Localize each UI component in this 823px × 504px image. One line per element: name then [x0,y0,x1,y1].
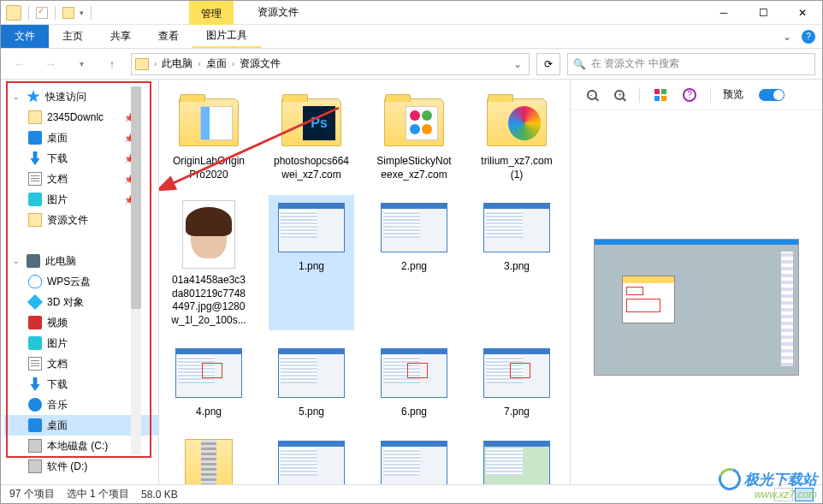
document-icon [28,357,42,371]
tab-view[interactable]: 查看 [145,25,192,48]
item-label: 01a41458ae3c3da801219c77484497.jpg@1280w… [169,274,248,327]
music-icon [28,398,42,412]
file-list-area[interactable]: OriginLabOriginPro2020Psphotoshopcs664we… [159,80,570,484]
file-item[interactable] [166,433,252,484]
magnifier-plus-icon [614,90,625,100]
watermark: 极光下载站 www.xz7.com [719,468,817,501]
nav-up-button[interactable]: ↑ [100,52,124,76]
watermark-text2: www.xz7.com [755,489,817,501]
file-item[interactable]: 6.png [371,341,457,423]
window-title: 资源文件 [258,5,299,20]
search-input[interactable]: 🔍 在 资源文件 中搜索 [567,53,815,75]
nav-recent-dropdown[interactable]: ▾ [69,52,93,76]
document-icon [28,172,42,186]
file-item[interactable]: SimpleStickyNoteexe_xz7.com [371,90,457,185]
preview-pane: - + ? 预览 [570,80,822,484]
crumb-thispc[interactable]: 此电脑 [162,56,192,71]
pictures-icon [28,193,42,206]
cube-icon [27,294,43,310]
item-label: 6.png [401,406,427,419]
tab-picture-tools[interactable]: 图片工具 [192,25,261,48]
preview-toggle[interactable] [759,89,785,101]
address-bar-row: ← → ▾ ↑ › 此电脑 › 桌面 › 资源文件 ⌄ ⟳ 🔍 在 资源文件 中… [1,49,822,80]
qat-newfolder-icon[interactable] [62,7,74,19]
minimize-button[interactable]: ─ [704,1,743,25]
item-label: 4.png [196,406,222,419]
tab-share[interactable]: 共享 [97,25,145,48]
zoom-out-button[interactable]: - [581,86,598,104]
item-thumbnail [381,344,447,402]
file-item[interactable]: 01a41458ae3c3da801219c77484497.jpg@1280w… [166,195,252,330]
preview-image [594,239,799,376]
item-thumbnail [175,93,242,151]
file-item[interactable]: 5.png [269,341,354,423]
crumb-current[interactable]: 资源文件 [240,56,281,71]
desktop-icon [28,418,42,432]
disk-icon [28,439,42,453]
app-folder-icon [6,5,21,21]
refresh-button[interactable]: ⟳ [536,53,560,75]
expand-icon[interactable]: ⌄ [13,257,21,265]
preview-toolbar: - + ? 预览 [571,80,822,110]
tab-home[interactable]: 主页 [49,25,97,48]
tree-item[interactable]: 软件 (D:) [4,456,158,477]
qat-dropdown-icon[interactable]: ▾ [80,9,84,17]
file-item[interactable]: 2.png [371,195,457,330]
item-label: 3.png [504,260,530,274]
status-item-count: 97 个项目 [9,487,55,501]
ribbon-collapse-button[interactable]: ⌄ [783,31,791,43]
file-item[interactable]: 1.png [269,195,354,330]
item-thumbnail [175,436,242,484]
help-icon[interactable]: ? [802,30,815,44]
item-thumbnail: Ps [278,93,345,151]
address-folder-icon [135,58,149,70]
file-item[interactable]: 3.png [474,195,560,330]
grid-icon [654,89,666,101]
status-selected-count: 选中 1 个项目 [67,487,129,501]
nav-back-button[interactable]: ← [8,52,32,76]
download-icon [28,377,42,391]
preview-label: 预览 [723,87,743,102]
file-item[interactable]: trilium_xz7.com (1) [474,90,560,185]
file-item[interactable]: OriginLabOriginPro2020 [166,90,252,185]
address-dropdown-icon[interactable]: ⌄ [510,58,525,70]
magnifier-minus-icon [587,90,597,100]
item-thumbnail [175,344,242,402]
file-item[interactable] [474,433,560,484]
address-bar[interactable]: › 此电脑 › 桌面 › 资源文件 ⌄ [131,53,530,75]
maximize-button[interactable]: ☐ [743,1,783,25]
chevron-right-icon[interactable]: › [152,59,158,68]
desktop-icon [28,131,42,145]
tab-file[interactable]: 文件 [1,25,49,48]
chevron-right-icon[interactable]: › [196,59,202,68]
expand-icon[interactable]: ⌄ [13,92,21,101]
item-thumbnail [278,344,345,402]
window-controls: ─ ☐ ✕ [704,1,822,25]
sidebar-scrollbar[interactable] [131,86,141,454]
qat-properties-icon[interactable] [36,7,48,19]
file-item[interactable] [371,433,457,484]
preview-help-button[interactable]: ? [681,86,698,104]
item-thumbnail [381,93,447,151]
pc-icon [27,254,40,268]
item-thumbnail [483,93,550,151]
item-thumbnail [483,436,550,484]
nav-forward-button[interactable]: → [38,52,62,76]
ribbon-tabs: 文件 主页 共享 查看 图片工具 ⌄ ? [1,25,822,49]
file-item[interactable]: 4.png [166,341,252,423]
file-item[interactable]: 7.png [474,341,560,423]
close-button[interactable]: ✕ [783,1,822,25]
item-thumbnail [483,344,550,402]
item-thumbnail [175,199,242,270]
item-label: 7.png [504,406,530,419]
chevron-right-icon[interactable]: › [230,59,236,68]
file-item[interactable] [269,433,354,484]
file-item[interactable]: Psphotoshopcs664wei_xz7.com [269,90,354,185]
zoom-in-button[interactable]: + [610,86,627,104]
item-label: 2.png [401,260,427,274]
item-label: 5.png [299,406,324,419]
item-label: 1.png [299,260,324,274]
crumb-desktop[interactable]: 桌面 [206,56,227,71]
grid-view-button[interactable] [652,86,669,104]
explorer-window: ▾ 管理 资源文件 ─ ☐ ✕ 文件 主页 共享 查看 图片工具 ⌄ ? ← →… [0,0,823,504]
